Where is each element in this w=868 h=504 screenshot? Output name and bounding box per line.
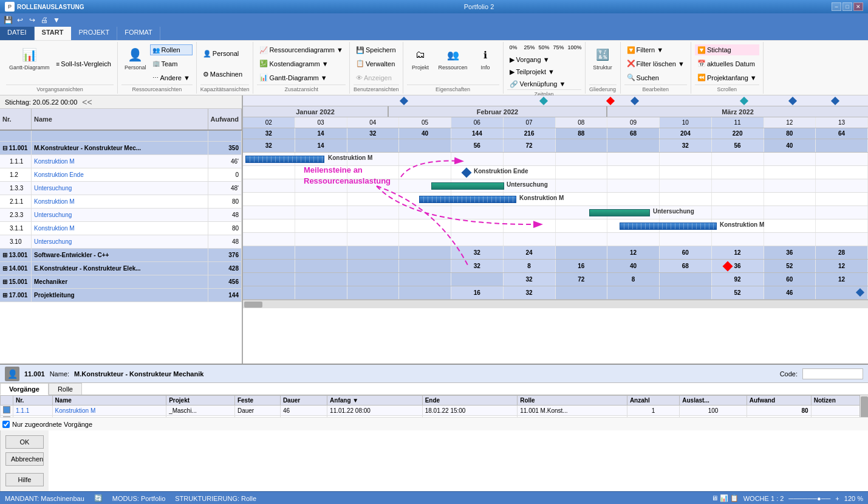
ribbon-group-zeitplan: 0% 25% 50% 75% 100% ▶ Vorgang ▼ ▶ Teilpr… — [504, 42, 586, 94]
struktur-button[interactable]: 🔣 Struktur — [589, 43, 617, 72]
gantt-row-15001: 32 72 8 92 60 12 — [243, 273, 868, 286]
tab-start[interactable]: START — [35, 27, 72, 40]
rollen-button[interactable]: 👥 Rollen — [150, 44, 192, 55]
progress-50-button[interactable]: 50% — [536, 43, 550, 52]
only-assigned-checkbox[interactable] — [2, 421, 10, 428]
marker-diamond-red — [607, 98, 613, 104]
g17001-46: 46 — [764, 286, 816, 299]
ressourcen-button[interactable]: 👥 Ressourcen — [436, 43, 471, 72]
checkbox-211[interactable] — [3, 416, 10, 417]
detail-scrollbar[interactable] — [859, 395, 868, 417]
statusbar-plus-icon[interactable]: + — [835, 495, 839, 502]
filter-loeschen-button[interactable]: ❌Filter löschen ▼ — [624, 58, 687, 69]
personal-button[interactable]: 👤 Personal — [121, 43, 149, 72]
cell-nr-11001: ⊟ 11.001 — [0, 142, 32, 154]
tab-projekt[interactable]: PROJEKT — [71, 27, 117, 40]
suchen-button[interactable]: 🔍Suchen — [624, 72, 687, 83]
statusbar-zoom-slider[interactable]: ──────●── — [788, 495, 830, 502]
detail-table-body: 1.1.1 Konstruktion M _Maschi... Dauer 46… — [1, 406, 868, 418]
gantt-row-311: Konstruktion M — [243, 219, 868, 233]
data-rows: ⊟ 11.001 M.Konstrukteur - Konstrukteur M… — [0, 131, 242, 302]
gantt-scrollbar[interactable] — [243, 300, 868, 308]
aktuelles-datum-button[interactable]: 📅aktuelles Datum — [695, 58, 759, 69]
stichtag-scroll-button[interactable]: 🔽Stichtag — [695, 44, 759, 55]
tab-format[interactable]: FORMAT — [117, 27, 160, 40]
progress-0-button[interactable]: 0% — [507, 43, 521, 52]
gantt-row-233: Untersuchung — [243, 206, 868, 219]
gnum-88: 88 — [556, 128, 608, 139]
row-15001: ⊞ 15.001 Mechaniker 456 — [0, 275, 242, 289]
minimize-button[interactable]: – — [832, 2, 841, 11]
verknuepfung-button[interactable]: 🔗 Verknüpfung ▼ — [507, 78, 569, 89]
help-button[interactable]: Hilfe — [5, 473, 44, 486]
filtern-button[interactable]: 🔽Filtern ▼ — [624, 44, 687, 55]
ressourcendiagramm-button[interactable]: 📈Ressourcendiagramm ▼ — [257, 44, 346, 55]
checkbox-111[interactable] — [3, 406, 10, 413]
speichern-button[interactable]: 💾Speichern — [354, 44, 398, 55]
gantt-row-310 — [243, 233, 868, 246]
kostendiagramm-button[interactable]: 💹Kostendiagramm ▼ — [257, 58, 346, 69]
qat-save[interactable]: 💾 — [2, 15, 13, 26]
soll-ist-button[interactable]: ≡ Soll-Ist-Vergleich — [54, 58, 114, 69]
tab-rolle[interactable]: Rolle — [49, 383, 82, 395]
resource-code-input[interactable] — [802, 368, 863, 379]
cell-name-133: Untersuchung — [32, 182, 208, 195]
cell-nr-111: 1.1.1 — [0, 155, 32, 168]
gantt-diagramm-button[interactable]: 📊 Gantt-Diagramm — [6, 43, 53, 72]
marker-diamond-6 — [832, 98, 838, 104]
g15001-60: 60 — [764, 273, 816, 286]
cell-nr-311: 3.1.1 — [0, 222, 32, 235]
gantt-row-17001: 16 32 52 46 — [243, 286, 868, 300]
cell-nr-233: 2.3.3 — [0, 209, 32, 221]
info-button[interactable]: ℹ Info — [472, 43, 499, 72]
week-09: 09 — [607, 117, 660, 128]
cancel-button[interactable]: Abbrechen — [5, 452, 44, 466]
cell-nr-133: 1.3.3 — [0, 182, 32, 195]
maximize-button[interactable]: □ — [842, 2, 852, 11]
th-feste: Feste — [234, 396, 280, 406]
progress-100-button[interactable]: 100% — [566, 43, 581, 52]
verwalten-button[interactable]: 📋Verwalten — [354, 58, 398, 69]
gnum-40: 40 — [399, 128, 451, 139]
kapazitaet-maschinen-button[interactable]: ⚙Maschinen — [200, 69, 245, 80]
qat-undo[interactable]: ↩ — [15, 15, 26, 26]
zusatz-gantt-button[interactable]: 📊Gantt-Diagramm ▼ — [257, 72, 346, 83]
kapazitaet-personal-button[interactable]: 👤Personal — [200, 48, 245, 59]
only-assigned-label: Nur zugeordnete Vorgänge — [12, 421, 92, 428]
g11001-56b: 56 — [712, 139, 764, 152]
cell-nr-17001: ⊞ 17.001 — [0, 289, 32, 302]
ribbon-group-scrollen: 🔽Stichtag 📅aktuelles Datum ⏪Projektanfan… — [691, 42, 764, 94]
gantt-row-14001: 32 8 16 40 68 36 52 12 — [243, 260, 868, 273]
week-04: 04 — [347, 117, 400, 128]
tab-vorgaenge[interactable]: Vorgänge — [0, 383, 49, 395]
ok-button[interactable]: OK — [5, 435, 44, 449]
avatar-icon: 👤 — [5, 367, 19, 381]
qat-print[interactable]: 🖨 — [39, 15, 50, 26]
gantt-row-12: Konstruktion Ende — [243, 166, 868, 179]
teilprojekt-button[interactable]: ▶ Teilprojekt ▼ — [507, 66, 557, 77]
progress-75-button[interactable]: 75% — [551, 43, 564, 52]
vorgang-button[interactable]: ▶ Vorgang ▼ — [507, 54, 552, 65]
detail-data-table: Nr. Name Projekt Feste Dauer Anfang ▼ En… — [0, 395, 868, 417]
ribbon-group-personal: 👤 Personal 👥 Rollen 🏢 Team ⋯ Andere ▼ — [118, 42, 197, 94]
tab-datei[interactable]: DATEI — [0, 27, 35, 40]
projekt-button[interactable]: 🗂 Projekt — [407, 43, 434, 72]
ribbon-group-gliederung: 🔣 Struktur Gliederung — [586, 42, 621, 94]
anzeigen-button[interactable]: 👁Anzeigen — [354, 72, 398, 83]
row-17001: ⊞ 17.001 Projektleitung 144 — [0, 289, 242, 302]
close-button[interactable]: ✕ — [853, 2, 863, 11]
gnum-204: 204 — [660, 128, 712, 139]
navigate-back-button[interactable]: << — [82, 97, 92, 107]
qat-options[interactable]: ▼ — [51, 15, 62, 26]
week-10: 10 — [660, 117, 712, 128]
bar-konstruktion-m-1 — [245, 156, 324, 163]
statusbar-refresh-icon[interactable]: 🔄 — [94, 494, 103, 502]
team-button[interactable]: 🏢 Team — [150, 58, 192, 69]
ribbon-content: 📊 Gantt-Diagramm ≡ Soll-Ist-Vergleich Vo… — [0, 40, 868, 95]
andere-button[interactable]: ⋯ Andere ▼ — [150, 72, 192, 83]
qat-redo[interactable]: ↪ — [27, 15, 38, 26]
projektanfang-button[interactable]: ⏪Projektanfang ▼ — [695, 72, 759, 83]
gnum-64: 64 — [816, 128, 868, 139]
progress-25-button[interactable]: 25% — [522, 43, 535, 52]
g11001-32b: 32 — [660, 139, 712, 152]
